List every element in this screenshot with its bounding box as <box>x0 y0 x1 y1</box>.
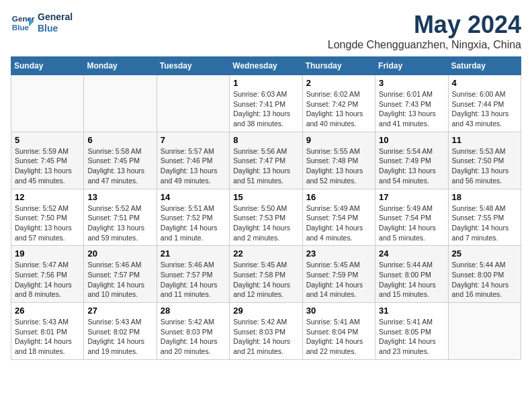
day-info: Sunrise: 5:55 AMSunset: 7:48 PMDaylight:… <box>306 146 371 186</box>
day-info: Sunrise: 5:45 AMSunset: 7:58 PMDaylight:… <box>233 260 298 300</box>
day-number: 28 <box>161 306 226 316</box>
day-number: 6 <box>87 135 152 145</box>
day-info: Sunrise: 5:47 AMSunset: 7:56 PMDaylight:… <box>15 260 80 300</box>
logo-text: General Blue <box>38 11 73 34</box>
day-number: 14 <box>161 192 226 202</box>
weekday-header-thursday: Thursday <box>302 57 375 75</box>
calendar-cell: 9Sunrise: 5:55 AMSunset: 7:48 PMDaylight… <box>302 132 375 189</box>
day-info: Sunrise: 5:45 AMSunset: 7:59 PMDaylight:… <box>306 260 371 300</box>
day-number: 24 <box>379 248 444 259</box>
day-info: Sunrise: 5:42 AMSunset: 8:03 PMDaylight:… <box>233 317 298 357</box>
weekday-header-sunday: Sunday <box>11 57 84 75</box>
day-number: 20 <box>87 248 152 259</box>
calendar-cell: 29Sunrise: 5:42 AMSunset: 8:03 PMDayligh… <box>230 303 302 360</box>
calendar-cell: 7Sunrise: 5:57 AMSunset: 7:46 PMDaylight… <box>157 132 229 189</box>
day-number: 29 <box>233 306 298 316</box>
svg-text:Blue: Blue <box>12 23 30 32</box>
day-number: 8 <box>233 135 298 145</box>
calendar-cell: 8Sunrise: 5:56 AMSunset: 7:47 PMDaylight… <box>230 132 302 189</box>
calendar-cell: 31Sunrise: 5:41 AMSunset: 8:05 PMDayligh… <box>375 303 448 360</box>
calendar-cell: 18Sunrise: 5:48 AMSunset: 7:55 PMDayligh… <box>448 189 521 246</box>
day-info: Sunrise: 5:49 AMSunset: 7:54 PMDaylight:… <box>306 203 371 243</box>
title-block: May 2024 Longde Chengguanzhen, Ningxia, … <box>328 11 521 51</box>
page-header: General Blue General Blue May 2024 Longd… <box>11 11 521 51</box>
calendar-week-row: 26Sunrise: 5:43 AMSunset: 8:01 PMDayligh… <box>11 303 521 360</box>
day-number: 10 <box>379 135 444 145</box>
calendar-week-row: 5Sunrise: 5:59 AMSunset: 7:45 PMDaylight… <box>11 132 521 189</box>
day-info: Sunrise: 5:43 AMSunset: 8:02 PMDaylight:… <box>87 317 152 357</box>
day-number: 16 <box>306 192 371 202</box>
day-info: Sunrise: 6:00 AMSunset: 7:44 PMDaylight:… <box>452 89 517 129</box>
calendar-cell: 28Sunrise: 5:42 AMSunset: 8:03 PMDayligh… <box>157 303 229 360</box>
calendar-cell <box>84 75 157 132</box>
day-info: Sunrise: 5:50 AMSunset: 7:53 PMDaylight:… <box>233 203 298 243</box>
day-number: 26 <box>15 306 80 316</box>
calendar-cell: 11Sunrise: 5:53 AMSunset: 7:50 PMDayligh… <box>448 132 521 189</box>
day-number: 19 <box>15 248 80 259</box>
calendar-cell: 4Sunrise: 6:00 AMSunset: 7:44 PMDaylight… <box>448 75 521 132</box>
day-info: Sunrise: 5:57 AMSunset: 7:46 PMDaylight:… <box>161 146 226 186</box>
day-info: Sunrise: 6:03 AMSunset: 7:41 PMDaylight:… <box>233 89 298 129</box>
logo: General Blue General Blue <box>11 11 73 35</box>
calendar-cell: 5Sunrise: 5:59 AMSunset: 7:45 PMDaylight… <box>11 132 84 189</box>
day-number: 17 <box>379 192 444 202</box>
day-number: 30 <box>306 306 371 316</box>
day-number: 27 <box>87 306 152 316</box>
calendar-table: SundayMondayTuesdayWednesdayThursdayFrid… <box>11 56 521 360</box>
day-info: Sunrise: 5:49 AMSunset: 7:54 PMDaylight:… <box>379 203 444 243</box>
day-number: 21 <box>161 248 226 259</box>
calendar-cell <box>448 303 521 360</box>
day-info: Sunrise: 5:53 AMSunset: 7:50 PMDaylight:… <box>452 146 517 186</box>
day-number: 9 <box>306 135 371 145</box>
day-number: 18 <box>452 192 517 202</box>
calendar-cell: 26Sunrise: 5:43 AMSunset: 8:01 PMDayligh… <box>11 303 84 360</box>
day-number: 23 <box>306 248 371 259</box>
day-info: Sunrise: 5:52 AMSunset: 7:50 PMDaylight:… <box>15 203 80 243</box>
weekday-header-tuesday: Tuesday <box>157 57 229 75</box>
day-info: Sunrise: 5:44 AMSunset: 8:00 PMDaylight:… <box>452 260 517 300</box>
calendar-week-row: 12Sunrise: 5:52 AMSunset: 7:50 PMDayligh… <box>11 189 521 246</box>
calendar-cell: 14Sunrise: 5:51 AMSunset: 7:52 PMDayligh… <box>157 189 229 246</box>
day-number: 3 <box>379 78 444 88</box>
calendar-cell <box>157 75 229 132</box>
calendar-cell: 15Sunrise: 5:50 AMSunset: 7:53 PMDayligh… <box>230 189 302 246</box>
day-number: 11 <box>452 135 517 145</box>
weekday-header-wednesday: Wednesday <box>230 57 302 75</box>
calendar-cell: 24Sunrise: 5:44 AMSunset: 8:00 PMDayligh… <box>375 246 448 303</box>
day-info: Sunrise: 5:58 AMSunset: 7:45 PMDaylight:… <box>87 146 152 186</box>
day-number: 31 <box>379 306 444 316</box>
day-info: Sunrise: 5:41 AMSunset: 8:05 PMDaylight:… <box>379 317 444 357</box>
calendar-week-row: 19Sunrise: 5:47 AMSunset: 7:56 PMDayligh… <box>11 246 521 303</box>
calendar-cell <box>11 75 84 132</box>
day-info: Sunrise: 5:56 AMSunset: 7:47 PMDaylight:… <box>233 146 298 186</box>
day-info: Sunrise: 5:46 AMSunset: 7:57 PMDaylight:… <box>161 260 226 300</box>
day-info: Sunrise: 5:51 AMSunset: 7:52 PMDaylight:… <box>161 203 226 243</box>
calendar-cell: 10Sunrise: 5:54 AMSunset: 7:49 PMDayligh… <box>375 132 448 189</box>
calendar-cell: 21Sunrise: 5:46 AMSunset: 7:57 PMDayligh… <box>157 246 229 303</box>
weekday-header-saturday: Saturday <box>448 57 521 75</box>
day-number: 25 <box>452 248 517 259</box>
day-number: 13 <box>87 192 152 202</box>
day-info: Sunrise: 5:43 AMSunset: 8:01 PMDaylight:… <box>15 317 80 357</box>
weekday-header-friday: Friday <box>375 57 448 75</box>
calendar-cell: 2Sunrise: 6:02 AMSunset: 7:42 PMDaylight… <box>302 75 375 132</box>
weekday-header-monday: Monday <box>84 57 157 75</box>
day-info: Sunrise: 5:41 AMSunset: 8:04 PMDaylight:… <box>306 317 371 357</box>
day-info: Sunrise: 5:42 AMSunset: 8:03 PMDaylight:… <box>161 317 226 357</box>
calendar-cell: 3Sunrise: 6:01 AMSunset: 7:43 PMDaylight… <box>375 75 448 132</box>
day-number: 4 <box>452 78 517 88</box>
calendar-cell: 16Sunrise: 5:49 AMSunset: 7:54 PMDayligh… <box>302 189 375 246</box>
calendar-cell: 30Sunrise: 5:41 AMSunset: 8:04 PMDayligh… <box>302 303 375 360</box>
day-info: Sunrise: 5:48 AMSunset: 7:55 PMDaylight:… <box>452 203 517 243</box>
day-info: Sunrise: 6:02 AMSunset: 7:42 PMDaylight:… <box>306 89 371 129</box>
day-number: 7 <box>161 135 226 145</box>
weekday-header-row: SundayMondayTuesdayWednesdayThursdayFrid… <box>11 57 521 75</box>
location-title: Longde Chengguanzhen, Ningxia, China <box>328 39 521 51</box>
calendar-cell: 22Sunrise: 5:45 AMSunset: 7:58 PMDayligh… <box>230 246 302 303</box>
day-number: 15 <box>233 192 298 202</box>
month-title: May 2024 <box>328 11 521 39</box>
calendar-cell: 17Sunrise: 5:49 AMSunset: 7:54 PMDayligh… <box>375 189 448 246</box>
day-info: Sunrise: 5:59 AMSunset: 7:45 PMDaylight:… <box>15 146 80 186</box>
day-info: Sunrise: 5:54 AMSunset: 7:49 PMDaylight:… <box>379 146 444 186</box>
day-info: Sunrise: 5:44 AMSunset: 8:00 PMDaylight:… <box>379 260 444 300</box>
